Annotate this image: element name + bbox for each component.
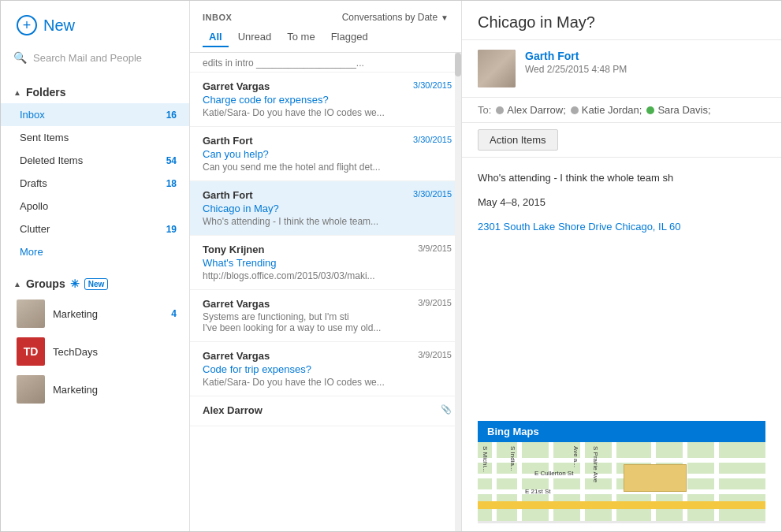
group-item-techdays[interactable]: TD TechDays (1, 333, 189, 370)
map-container[interactable]: Bing Maps (478, 421, 765, 523)
email-preview-2: Who's attending - I think the whole team… (203, 216, 449, 227)
recipient-alex: Alex Darrow; (496, 104, 565, 116)
email-date-4: 3/9/2015 (418, 298, 452, 307)
email-preview-4b: I've been looking for a way to use my ol… (203, 322, 449, 333)
email-date-1: 3/30/2015 (413, 135, 452, 144)
group-avatar-techdays: TD (17, 337, 45, 366)
action-bar: Action Items (462, 123, 781, 158)
map-road-h2 (478, 474, 765, 478)
email-item-3[interactable]: Tony Krijnen What's Trending http://blog… (190, 236, 461, 290)
scrollbar[interactable] (455, 53, 461, 531)
sender-name: Garth Fort (525, 50, 765, 62)
email-sender-2: Garth Fort (203, 189, 449, 201)
map-road-v2 (517, 442, 522, 521)
recipient-alex-name: Alex Darrow; (507, 104, 565, 116)
filter-row: All Unread To me Flagged (203, 28, 449, 47)
event-date: May 4–8, 2015 (478, 195, 765, 211)
email-item-2[interactable]: Garth Fort Chicago in May? Who's attendi… (190, 181, 461, 236)
address-link[interactable]: 2301 South Lake Shore Drive Chicago, IL … (478, 219, 765, 236)
folders-header[interactable]: ▲ Folders (1, 81, 189, 103)
groups-section: ▲ Groups ✳ New Marketing 4 TD TechDays (1, 263, 189, 408)
reading-pane: Chicago in May? Garth Fort Wed 2/25/2015… (462, 1, 781, 531)
filter-tab-tome[interactable]: To me (281, 28, 321, 47)
folder-name-inbox: Inbox (20, 109, 166, 121)
group-avatar-marketing2 (17, 375, 45, 404)
sender-info: Garth Fort Wed 2/25/2015 4:48 PM (525, 50, 765, 75)
sort-arrow-icon: ▼ (441, 13, 449, 22)
scroll-thumb[interactable] (455, 53, 461, 76)
email-partial[interactable]: edits in intro ___________________... (190, 53, 461, 73)
alex-dot (496, 106, 504, 114)
email-item-1[interactable]: Garth Fort Can you help? Can you send me… (190, 127, 461, 181)
email-date-0: 3/30/2015 (413, 80, 452, 90)
folder-item-deleted[interactable]: Deleted Items 54 (1, 149, 189, 172)
folder-item-inbox[interactable]: Inbox 16 (1, 103, 189, 126)
map-road-v3 (549, 442, 553, 521)
folders-section: ▲ Folders Inbox 16 Sent Items Deleted It… (1, 75, 189, 263)
group-count-marketing1: 4 (171, 308, 177, 319)
map-road-h1 (478, 458, 765, 463)
folder-name-drafts: Drafts (20, 177, 166, 189)
new-button[interactable]: + New (1, 1, 189, 47)
email-preview-1: Can you send me the hotel and flight det… (203, 162, 449, 173)
map-road-v1 (492, 442, 497, 521)
folders-chevron: ▲ (13, 88, 21, 97)
groups-new-star: ✳ (70, 277, 80, 290)
search-box[interactable]: 🔍 Search Mail and People (1, 47, 189, 75)
group-item-marketing2[interactable]: Marketing (1, 370, 189, 408)
map-label-21st: E 21st St (525, 488, 550, 495)
groups-new-badge: New (84, 278, 109, 290)
email-item-6[interactable]: Alex Darrow 📎 (190, 396, 461, 426)
groups-header[interactable]: ▲ Groups ✳ New (1, 273, 189, 295)
group-name-marketing2: Marketing (53, 384, 177, 396)
folder-item-drafts[interactable]: Drafts 18 (1, 172, 189, 195)
map-building-block (624, 464, 687, 492)
email-date-3: 3/9/2015 (418, 244, 452, 253)
reading-from-row: Garth Fort Wed 2/25/2015 4:48 PM (462, 40, 781, 98)
email-preview-4: Systems are functioning, but I'm sti (203, 311, 449, 322)
katie-dot (571, 106, 579, 114)
folder-item-apollo[interactable]: Apollo (1, 195, 189, 218)
app-window: + New 🔍 Search Mail and People ▲ Folders… (0, 0, 782, 532)
email-sender-6: Alex Darrow (203, 404, 449, 416)
filter-tab-unread[interactable]: Unread (232, 28, 278, 47)
map-body: S Michi... S India... E Cullerton St E 2… (478, 442, 765, 521)
sort-label-text: Conversations by Date (342, 12, 438, 23)
group-name-marketing1: Marketing (53, 308, 163, 320)
email-sender-5: Garret Vargas (203, 350, 449, 362)
folder-item-clutter[interactable]: Clutter 19 (1, 218, 189, 240)
recipient-katie-name: Katie Jordan; (582, 104, 642, 116)
filter-tab-all[interactable]: All (203, 28, 229, 47)
sara-dot (646, 106, 654, 114)
filter-tab-flagged[interactable]: Flagged (325, 28, 374, 47)
email-date-6: 📎 (441, 404, 452, 415)
avatar-photo (478, 50, 516, 87)
map-label-sindia: S India... (509, 446, 516, 471)
email-item-0[interactable]: Garret Vargas Charge code for expenses? … (190, 73, 461, 127)
groups-chevron: ▲ (13, 280, 21, 288)
group-item-marketing1[interactable]: Marketing 4 (1, 295, 189, 333)
new-label: New (43, 17, 75, 35)
folder-name-apollo: Apollo (20, 200, 177, 212)
email-sender-4: Garret Vargas (203, 298, 449, 310)
search-icon: 🔍 (13, 51, 27, 64)
email-date-5: 3/9/2015 (418, 350, 452, 359)
recipient-katie: Katie Jordan; (571, 104, 642, 116)
email-preview-3: http://blogs.office.com/2015/03/03/maki.… (203, 270, 449, 281)
folder-name-sent: Sent Items (20, 132, 177, 143)
email-item-5[interactable]: Garret Vargas Code for trip expenses? Ka… (190, 342, 461, 396)
attachment-icon: 📎 (441, 404, 452, 414)
new-icon: + (17, 15, 37, 35)
group-name-techdays: TechDays (53, 346, 177, 358)
folder-item-sent[interactable]: Sent Items (1, 126, 189, 149)
to-row: To: Alex Darrow; Katie Jordan; Sara Davi… (462, 98, 781, 123)
map-road-h3 (478, 489, 765, 494)
folder-count-inbox: 16 (166, 110, 177, 121)
folder-name-deleted: Deleted Items (20, 154, 166, 166)
email-item-4[interactable]: Garret Vargas Systems are functioning, b… (190, 290, 461, 342)
action-items-button[interactable]: Action Items (478, 129, 558, 151)
map-road-major (478, 501, 765, 509)
map-road-v4 (580, 442, 585, 521)
sort-dropdown[interactable]: Conversations by Date ▼ (342, 12, 449, 23)
more-link[interactable]: More (1, 240, 189, 263)
